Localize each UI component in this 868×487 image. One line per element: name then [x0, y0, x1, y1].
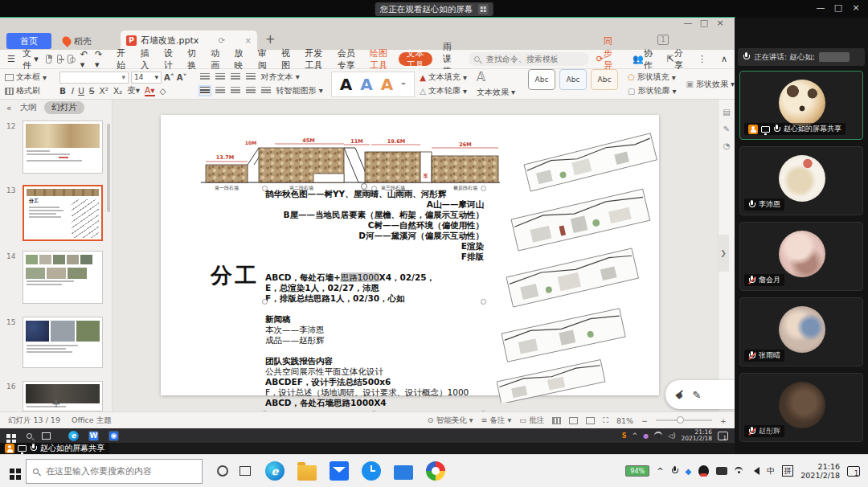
font-size-select[interactable]: 14▾ — [131, 72, 162, 84]
numbering-icon[interactable] — [215, 73, 225, 81]
slide-thumbnail-16[interactable] — [23, 381, 103, 411]
shape-effects-button[interactable]: ▣形状效果 ▾ — [686, 78, 734, 90]
selection-handle[interactable] — [262, 299, 268, 305]
mail-icon[interactable] — [330, 461, 349, 481]
subscript-button[interactable]: X₂ — [113, 86, 122, 96]
to-smartart-button[interactable]: 转智能图形 ▾ — [276, 85, 323, 96]
textbox-button[interactable]: 文本框 ▾ — [5, 72, 47, 84]
shared-edge-icon[interactable]: e — [68, 431, 79, 441]
font-name-select[interactable]: ▾ — [59, 72, 129, 84]
shared-taskview-icon[interactable] — [42, 432, 51, 440]
properties-icon[interactable]: ▤ — [719, 108, 735, 117]
selection-handle[interactable] — [262, 186, 268, 191]
clear-format-button[interactable]: ◇ — [160, 86, 166, 96]
text-style-orange[interactable]: A — [381, 76, 393, 92]
shape-outline-button[interactable]: ▢形状轮廓 ▾ — [628, 85, 676, 97]
action-center-icon[interactable]: 1 — [847, 466, 860, 477]
shape-fill-button[interactable]: ⬠形状填充 ▾ — [628, 72, 676, 84]
slide-thumbnail-15[interactable] — [23, 317, 103, 368]
command-search-input[interactable] — [469, 52, 589, 66]
new-tab-button[interactable]: + — [265, 32, 276, 47]
ime-indicator[interactable]: 中 — [767, 465, 775, 477]
file-menu[interactable]: 文件 ▾ — [23, 50, 46, 69]
menu-view[interactable]: 视图 — [274, 50, 297, 69]
windows-search-box[interactable] — [26, 459, 203, 484]
save-icon[interactable] — [46, 55, 51, 63]
minimize-button[interactable]: — — [812, 2, 829, 13]
grow-font-button[interactable]: A˄ — [164, 73, 174, 82]
text-fill-button[interactable]: ▲文本填充 ▾ — [420, 72, 467, 84]
panel-scrollbar[interactable] — [107, 124, 110, 212]
volume-icon[interactable] — [750, 467, 760, 475]
slide-thumbnail-12[interactable] — [23, 121, 103, 174]
wps-close-button[interactable]: × — [712, 18, 728, 28]
edit-icon[interactable]: ✎ — [719, 125, 735, 133]
selection-handle[interactable] — [481, 186, 486, 191]
shared-clock[interactable]: 21:162021/2/18 — [682, 429, 712, 442]
menu-text-tools-active[interactable]: 文本工具 — [399, 52, 432, 66]
browser-icon[interactable] — [426, 461, 445, 481]
more-menu-icon[interactable]: ⋮ — [690, 50, 714, 69]
cortana-icon[interactable] — [217, 465, 228, 477]
collapse-ribbon-icon[interactable]: ∧ — [714, 50, 735, 69]
normal-view-icon[interactable] — [552, 417, 561, 424]
hamburger-icon[interactable]: ☰ — [0, 50, 23, 69]
tray-expand-caret[interactable]: ^ — [657, 467, 663, 476]
comments-button[interactable]: ▭ 批注 — [519, 415, 544, 426]
align-right-icon[interactable] — [231, 87, 240, 95]
zoom-in-button[interactable]: + — [720, 416, 727, 425]
menu-design[interactable]: 设计 — [157, 50, 180, 69]
collaborate-button[interactable]: 👥协作 — [625, 50, 660, 69]
taskbar-clock[interactable]: 21:162021/2/18 — [800, 462, 840, 480]
maximize-button[interactable]: □ — [829, 2, 847, 13]
participant-tile-zhaotonghui[interactable]: 赵彤辉 — [739, 373, 863, 442]
text-outline-button[interactable]: △文本轮廓 ▾ — [420, 85, 467, 97]
zoom-level[interactable]: 81% — [616, 416, 633, 425]
selection-handle[interactable] — [371, 186, 377, 191]
pen-icon[interactable]: ✎ — [692, 389, 701, 401]
participant-tile-zhangyuqing[interactable]: 张雨晴 — [739, 297, 863, 366]
tray-s-icon[interactable]: S — [622, 432, 627, 440]
menu-slideshow[interactable]: 放映 — [227, 50, 250, 69]
align-left-icon[interactable] — [200, 87, 210, 95]
wifi-icon[interactable] — [735, 467, 743, 475]
notes-button[interactable]: ≡ 备注 ▾ — [481, 415, 512, 426]
text-style-blue[interactable]: A — [360, 76, 372, 92]
tray-dot-icon[interactable]: ● — [643, 432, 649, 440]
sync-status[interactable]: ⟳ 同步异常 — [589, 50, 625, 69]
shape-style-3[interactable]: Abc — [591, 69, 618, 90]
menu-animation[interactable]: 动画 — [203, 50, 227, 69]
wps-minimize-button[interactable]: — — [680, 18, 696, 28]
slide-13[interactable]: 13.7M 10M 45M 11M 19.6 — [161, 115, 659, 395]
superscript-button[interactable]: X² — [100, 86, 108, 96]
slide-sorter-icon[interactable] — [569, 417, 578, 424]
selection-handle[interactable] — [481, 299, 486, 305]
shared-volume-icon[interactable]: ◁) — [668, 432, 675, 440]
tray-app-icon[interactable]: ◆ — [686, 467, 692, 476]
menu-drawing-tools[interactable]: 绘图工具 — [362, 50, 395, 69]
shared-notification-icon[interactable]: 1 — [718, 432, 728, 440]
tray-caret-icon[interactable]: ^ — [633, 432, 638, 440]
rail-expand-chevron[interactable]: ❯ — [718, 235, 729, 272]
shared-meeting-icon[interactable]: ◉ — [109, 432, 118, 440]
pointer-hand-icon[interactable]: ☛ — [672, 386, 690, 403]
wps-maximize-button[interactable]: □ — [696, 18, 712, 28]
zoom-slider[interactable] — [656, 419, 712, 421]
shared-start-button[interactable] — [6, 434, 10, 438]
align-center-icon[interactable] — [215, 87, 225, 95]
wps-docer-tab[interactable]: 稻壳 — [56, 33, 117, 49]
menu-devtools[interactable]: 开发工具 — [297, 50, 330, 69]
beautify-button[interactable]: ⊙ 智能美化 ▾ — [428, 415, 473, 426]
reading-view-icon[interactable] — [586, 417, 595, 424]
participant-tile-zhanhuiyue[interactable]: 詹会月 — [739, 222, 863, 291]
panel-collapse-icon[interactable]: « — [6, 103, 11, 113]
fit-slide-icon[interactable]: ⛶ — [603, 415, 608, 425]
print-icon[interactable] — [57, 55, 63, 63]
resource-icon[interactable]: ◔ — [719, 141, 735, 150]
tray-mic-icon[interactable] — [671, 466, 678, 476]
font-color-button[interactable]: A▾ — [145, 85, 154, 96]
share-button[interactable]: ⇱ 分享 — [660, 50, 690, 69]
menu-start[interactable]: 开始 — [109, 50, 133, 69]
underline-button[interactable]: U — [78, 86, 84, 96]
layout-grid-icon[interactable] — [477, 4, 488, 14]
